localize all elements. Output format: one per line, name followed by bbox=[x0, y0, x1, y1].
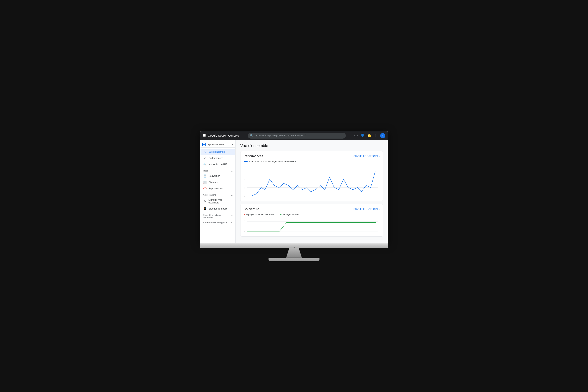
svg-text:12: 12 bbox=[244, 170, 246, 172]
monitor-back:  bbox=[200, 243, 388, 248]
topbar: ☰ Google Search Console 🔍 Inspecter n'im… bbox=[200, 131, 388, 140]
nav-label-vue-ensemble: Vue d'ensemble bbox=[208, 150, 225, 153]
performances-card-title: Performances bbox=[244, 154, 263, 158]
chevron-right-icon: › bbox=[379, 155, 380, 158]
svg-text:30: 30 bbox=[244, 220, 246, 222]
stand-neck bbox=[286, 248, 302, 258]
vitals-icon: ⚙ bbox=[203, 200, 206, 203]
nav-label-performances: Performances bbox=[208, 157, 223, 160]
user-add-icon[interactable]: 👤 bbox=[360, 134, 364, 138]
svg-text:0: 0 bbox=[244, 195, 244, 197]
content-area: Vue d'ensemble Performances OUVRIR LE RA… bbox=[236, 140, 388, 243]
search-icon: 🔍 bbox=[250, 134, 253, 137]
property-chevron-icon: ▼ bbox=[231, 143, 234, 146]
search-input[interactable]: Inspecter n'importe quelle URL de 'https… bbox=[255, 134, 306, 137]
nav-label-sitemaps: Sitemaps bbox=[208, 181, 218, 184]
sidebar-item-couverture[interactable]: 📄 Couverture bbox=[200, 173, 236, 179]
couverture-chart: 0 30 bbox=[244, 218, 380, 233]
sidebar-item-ergonomie-mobile[interactable]: 📱 Ergonomie mobile bbox=[200, 206, 236, 212]
couverture-valid-label: 27 pages valides bbox=[283, 213, 299, 216]
nav-section-securite-label: Sécurité et actions manuelles bbox=[203, 214, 231, 218]
nav-label-suppressions: Suppressions bbox=[208, 187, 223, 190]
couverture-valid-dot bbox=[280, 214, 282, 215]
nav-label-couverture: Couverture bbox=[208, 175, 220, 178]
page-title: Vue d'ensemble bbox=[240, 144, 383, 148]
main-layout: https://www.//wwe ▼ ⌂ Vue d'ensemble ↗ P… bbox=[200, 140, 388, 243]
couverture-chart-line bbox=[247, 222, 376, 231]
performances-open-report-link[interactable]: OUVRIR LE RAPPORT › bbox=[354, 155, 380, 158]
couverture-card-title: Couverture bbox=[244, 207, 259, 211]
sidebar-item-vue-ensemble[interactable]: ⌂ Vue d'ensemble bbox=[200, 149, 236, 155]
performances-legend: Total de 96 clics sur les pages de reche… bbox=[244, 160, 380, 163]
couverture-open-report-link[interactable]: OUVRIR LE RAPPORT › bbox=[354, 208, 380, 210]
nav-section-index[interactable]: Index ∧ bbox=[200, 168, 236, 173]
nav-section-index-label: Index bbox=[203, 170, 208, 172]
nav-label-ergonomie-mobile: Ergonomie mobile bbox=[208, 207, 228, 210]
nav-section-anciens-label: Anciens outils et rapports bbox=[203, 221, 227, 224]
topbar-right: ⓘ 👤 🔔 ⋮ a bbox=[354, 133, 385, 138]
notifications-icon[interactable]: 🔔 bbox=[367, 134, 372, 138]
sidebar-item-inspection-url[interactable]: 🔍 Inspection de l'URL bbox=[200, 161, 236, 168]
stand-base bbox=[268, 258, 320, 261]
couverture-chart-svg: 0 30 bbox=[244, 218, 380, 233]
nav-label-signaux-web: Signaux Web essentiels bbox=[208, 198, 233, 204]
index-chevron-icon: ∧ bbox=[231, 170, 233, 172]
sitemaps-icon: 📈 bbox=[203, 181, 206, 184]
svg-text:8: 8 bbox=[244, 178, 244, 181]
nav-label-inspection-url: Inspection de l'URL bbox=[208, 163, 229, 166]
nav-section-ameliorations[interactable]: Améliorations ∧ bbox=[200, 192, 236, 197]
property-selector[interactable]: https://www.//wwe ▼ bbox=[200, 142, 236, 148]
sidebar: https://www.//wwe ▼ ⌂ Vue d'ensemble ↗ P… bbox=[200, 140, 236, 243]
performances-card-header: Performances OUVRIR LE RAPPORT › bbox=[244, 154, 380, 158]
ameliorations-chevron-icon: ∧ bbox=[231, 194, 233, 196]
svg-text:4: 4 bbox=[244, 187, 244, 189]
inspect-icon: 🔍 bbox=[203, 163, 206, 166]
couverture-legend-row: 0 pages contenant des erreurs 27 pages v… bbox=[244, 213, 380, 216]
trend-icon: ↗ bbox=[203, 156, 206, 160]
search-bar[interactable]: 🔍 Inspecter n'importe quelle URL de 'htt… bbox=[248, 133, 346, 138]
securite-chevron-icon: ∨ bbox=[231, 215, 233, 217]
sidebar-item-performances[interactable]: ↗ Performances bbox=[200, 155, 236, 161]
couverture-errors-label: 0 pages contenant des erreurs bbox=[246, 213, 276, 216]
performances-legend-text: Total de 96 clics sur les pages de reche… bbox=[249, 160, 296, 163]
couverture-chevron-icon: › bbox=[379, 208, 380, 210]
topbar-left: ☰ Google Search Console bbox=[203, 134, 246, 138]
performances-chart-svg: 0 4 8 12 08/02/2021 12/02/2021 bbox=[244, 165, 380, 198]
performances-chart-line bbox=[247, 171, 375, 196]
performances-legend-line bbox=[244, 161, 248, 162]
sidebar-item-sitemaps[interactable]: 📈 Sitemaps bbox=[200, 179, 236, 186]
monitor-stand bbox=[268, 248, 320, 261]
property-icon bbox=[202, 143, 206, 146]
brand-name: Google Search Console bbox=[208, 134, 239, 137]
sidebar-item-signaux-web[interactable]: ⚙ Signaux Web essentiels bbox=[200, 197, 236, 206]
apps-icon[interactable]: ⋮ bbox=[374, 134, 378, 138]
anciens-chevron-icon: ∨ bbox=[231, 221, 233, 224]
nav-section-securite[interactable]: Sécurité et actions manuelles ∨ bbox=[200, 212, 236, 219]
help-icon[interactable]: ⓘ bbox=[354, 133, 358, 138]
performances-chart: 0 4 8 12 08/02/2021 12/02/2021 bbox=[244, 165, 380, 198]
couverture-icon: 📄 bbox=[203, 174, 206, 178]
property-url: https://www.//wwe bbox=[207, 143, 230, 146]
svg-text:0: 0 bbox=[244, 230, 244, 232]
suppressions-icon: 🚫 bbox=[203, 187, 206, 190]
nav-section-ameliorations-label: Améliorations bbox=[203, 194, 216, 196]
couverture-card: Couverture OUVRIR LE RAPPORT › 0 pages c… bbox=[240, 204, 383, 236]
mobile-icon: 📱 bbox=[203, 207, 206, 210]
couverture-card-header: Couverture OUVRIR LE RAPPORT › bbox=[244, 207, 380, 211]
home-icon: ⌂ bbox=[203, 150, 206, 154]
hamburger-icon[interactable]: ☰ bbox=[203, 134, 206, 138]
avatar[interactable]: a bbox=[380, 133, 385, 138]
sidebar-item-suppressions[interactable]: 🚫 Suppressions bbox=[200, 186, 236, 192]
performances-card: Performances OUVRIR LE RAPPORT › Total d… bbox=[240, 151, 383, 201]
nav-section-anciens[interactable]: Anciens outils et rapports ∨ bbox=[200, 219, 236, 224]
couverture-errors-dot bbox=[244, 214, 245, 215]
